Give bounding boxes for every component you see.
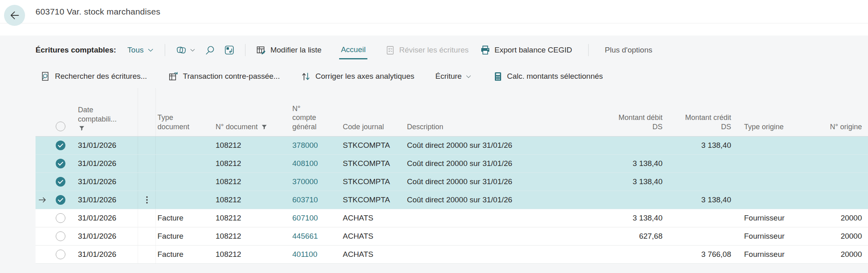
cell-origin-type[interactable]: Fournisseur [733, 250, 803, 259]
row-checkbox[interactable] [56, 250, 65, 259]
row-menu-icon[interactable] [146, 199, 148, 201]
cell-origin-no[interactable]: 20000 [803, 250, 868, 259]
row-checkbox[interactable] [56, 213, 65, 223]
filter-icon [79, 125, 136, 131]
cell-posting-date[interactable]: 31/01/2026 [71, 141, 138, 150]
cell-account-no-link[interactable]: 408100 [291, 159, 341, 168]
column-header-description[interactable]: Description [405, 122, 537, 136]
cell-debit-amount[interactable]: 3 138,40 [537, 214, 664, 223]
cell-debit-amount[interactable]: 627,68 [537, 232, 664, 241]
cell-description[interactable]: Coût direct 20000 sur 31/01/26 [405, 195, 537, 204]
divider [165, 44, 165, 56]
find-entries-button[interactable]: Rechercher des écritures... [40, 71, 147, 82]
cell-account-no-link[interactable]: 445661 [291, 232, 341, 241]
cell-description[interactable]: Coût direct 20000 sur 31/01/26 [405, 159, 537, 168]
find-entries-icon [40, 71, 51, 82]
cell-description[interactable]: Coût direct 20000 sur 31/01/26 [405, 141, 537, 150]
column-header-origin-no[interactable]: N° origine [803, 122, 868, 136]
correct-dimensions-button[interactable]: Corriger les axes analytiques [301, 71, 414, 82]
cell-journal-code[interactable]: STKCOMPTA [341, 195, 405, 204]
cell-document-no[interactable]: 108212 [214, 141, 291, 150]
calc-selected-button[interactable]: Calc. montants sélectionnés [493, 71, 603, 82]
column-header-journal[interactable]: Code journal [341, 122, 405, 136]
cell-journal-code[interactable]: STKCOMPTA [341, 159, 405, 168]
cell-description[interactable]: Coût direct 20000 sur 31/01/26 [405, 177, 537, 186]
search-icon [205, 45, 215, 55]
cell-journal-code[interactable]: ACHATS [341, 232, 405, 241]
column-header-credit[interactable]: Montant crédit DS [664, 113, 733, 136]
cell-account-no-link[interactable]: 603710 [291, 195, 341, 204]
cell-origin-type[interactable]: Fournisseur [733, 214, 803, 223]
cell-journal-code[interactable]: ACHATS [341, 250, 405, 259]
column-header-doc-no[interactable]: N° document [214, 122, 291, 136]
cell-account-no-link[interactable]: 607100 [291, 214, 341, 223]
row-menu-cell [138, 136, 156, 154]
cell-credit-amount[interactable]: 3 766,08 [664, 250, 733, 259]
cell-document-no[interactable]: 108212 [214, 232, 291, 241]
back-button[interactable] [4, 5, 25, 26]
cell-posting-date[interactable]: 31/01/2026 [71, 177, 138, 186]
cell-document-no[interactable]: 108212 [214, 159, 291, 168]
select-all-checkbox[interactable] [56, 122, 65, 131]
cell-posting-date[interactable]: 31/01/2026 [71, 250, 138, 259]
focus-mode-button[interactable] [224, 45, 235, 55]
edit-list-button[interactable]: Modifier la liste [256, 45, 322, 55]
table-row[interactable]: 31/01/2026 108212 408100 STKCOMPTA Coût … [36, 155, 868, 173]
table-row[interactable]: 31/01/2026 Facture 108212 401100 ACHATS … [36, 246, 868, 264]
cell-journal-code[interactable]: STKCOMPTA [341, 177, 405, 186]
row-menu-cell [138, 191, 156, 209]
table-row[interactable]: 31/01/2026 Facture 108212 607100 ACHATS … [36, 209, 868, 227]
cell-credit-amount[interactable]: 3 138,40 [664, 141, 733, 150]
cell-document-type[interactable]: Facture [156, 232, 214, 241]
cell-document-type[interactable]: Facture [156, 250, 214, 259]
row-checkbox[interactable] [56, 231, 65, 241]
row-checkbox[interactable] [56, 177, 65, 187]
cell-posting-date[interactable]: 31/01/2026 [71, 214, 138, 223]
column-header-debit[interactable]: Montant débit DS [537, 113, 664, 136]
view-filter-dropdown[interactable]: Tous [128, 46, 154, 55]
cell-posting-date[interactable]: 31/01/2026 [71, 232, 138, 241]
cell-document-no[interactable]: 108212 [214, 214, 291, 223]
chevron-down-icon [147, 46, 154, 54]
tab-accueil[interactable]: Accueil [339, 45, 367, 59]
analyze-icon [176, 44, 187, 56]
cell-document-type[interactable]: Facture [156, 214, 214, 223]
column-header-date[interactable]: Date comptabili... [71, 105, 138, 136]
analyze-button[interactable] [176, 44, 196, 56]
table-row[interactable]: 31/01/2026 108212 370000 STKCOMPTA Coût … [36, 173, 868, 191]
cell-account-no-link[interactable]: 370000 [291, 177, 341, 186]
table-row[interactable]: 31/01/2026 Facture 108212 445661 ACHATS … [36, 227, 868, 246]
row-select-cell [36, 227, 71, 245]
cell-debit-amount[interactable]: 3 138,40 [537, 159, 664, 168]
cell-origin-no[interactable]: 20000 [803, 214, 868, 223]
cell-origin-type[interactable]: Fournisseur [733, 232, 803, 241]
view-filter-value: Tous [128, 46, 144, 55]
table-row[interactable]: 31/01/2026 108212 378000 STKCOMPTA Coût … [36, 136, 868, 155]
entry-dropdown[interactable]: Écriture [435, 72, 472, 81]
more-options-button[interactable]: Plus d'options [605, 46, 652, 55]
cell-journal-code[interactable]: ACHATS [341, 214, 405, 223]
table-row[interactable]: 31/01/2026 108212 603710 STKCOMPTA Coût … [36, 191, 868, 209]
cell-account-no-link[interactable]: 378000 [291, 141, 341, 150]
cell-journal-code[interactable]: STKCOMPTA [341, 141, 405, 150]
column-header-origin-type[interactable]: Type origine [733, 122, 803, 136]
review-entries-button[interactable]: Réviser les écritures [385, 45, 469, 55]
cell-origin-no[interactable]: 20000 [803, 232, 868, 241]
cell-document-no[interactable]: 108212 [214, 177, 291, 186]
cell-account-no-link[interactable]: 401100 [291, 250, 341, 259]
cell-debit-amount[interactable]: 3 138,40 [537, 177, 664, 186]
table-body: 31/01/2026 108212 378000 STKCOMPTA Coût … [36, 136, 868, 264]
export-cegid-button[interactable]: Export balance CEGID [480, 45, 572, 55]
cell-posting-date[interactable]: 31/01/2026 [71, 195, 138, 204]
row-checkbox[interactable] [56, 141, 65, 150]
column-header-account[interactable]: N° compte général [291, 104, 341, 136]
row-checkbox[interactable] [56, 159, 65, 168]
column-header-doc-type[interactable]: Type document [156, 113, 214, 136]
cell-credit-amount[interactable]: 3 138,40 [664, 195, 733, 204]
row-checkbox[interactable] [56, 195, 65, 205]
search-button[interactable] [205, 45, 215, 55]
cell-document-no[interactable]: 108212 [214, 195, 291, 204]
reverse-transaction-button[interactable]: Transaction contre-passée... [168, 71, 280, 82]
cell-posting-date[interactable]: 31/01/2026 [71, 159, 138, 168]
cell-document-no[interactable]: 108212 [214, 250, 291, 259]
